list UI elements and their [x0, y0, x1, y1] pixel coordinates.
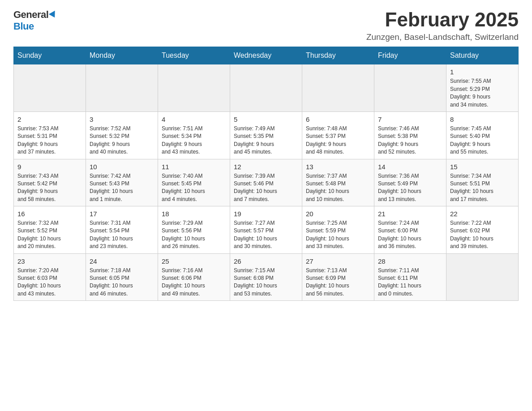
calendar-cell: 1Sunrise: 7:55 AM Sunset: 5:29 PM Daylig…: [446, 64, 519, 112]
calendar-cell: 28Sunrise: 7:11 AM Sunset: 6:11 PM Dayli…: [374, 253, 446, 301]
calendar-cell: 24Sunrise: 7:18 AM Sunset: 6:05 PM Dayli…: [86, 253, 158, 301]
day-info: Sunrise: 7:49 AM Sunset: 5:35 PM Dayligh…: [234, 125, 298, 156]
day-info: Sunrise: 7:52 AM Sunset: 5:32 PM Dayligh…: [90, 125, 154, 156]
calendar-table: SundayMondayTuesdayWednesdayThursdayFrid…: [13, 47, 519, 301]
day-info: Sunrise: 7:51 AM Sunset: 5:34 PM Dayligh…: [162, 125, 226, 156]
calendar-cell: 15Sunrise: 7:34 AM Sunset: 5:51 PM Dayli…: [446, 159, 519, 206]
day-number: 5: [234, 115, 298, 124]
calendar-header-row: SundayMondayTuesdayWednesdayThursdayFrid…: [14, 47, 519, 64]
calendar-cell: 6Sunrise: 7:48 AM Sunset: 5:37 PM Daylig…: [302, 111, 374, 159]
day-number: 13: [306, 162, 370, 171]
weekday-header-friday: Friday: [374, 47, 446, 64]
day-number: 26: [234, 257, 298, 266]
weekday-header-tuesday: Tuesday: [158, 47, 230, 64]
day-number: 10: [90, 162, 154, 171]
day-info: Sunrise: 7:16 AM Sunset: 6:06 PM Dayligh…: [162, 267, 226, 298]
day-number: 9: [17, 162, 82, 171]
calendar-cell: 11Sunrise: 7:40 AM Sunset: 5:45 PM Dayli…: [158, 159, 230, 206]
day-number: 6: [306, 115, 370, 124]
day-info: Sunrise: 7:55 AM Sunset: 5:29 PM Dayligh…: [450, 77, 515, 109]
day-number: 15: [450, 162, 515, 171]
day-number: 1: [450, 67, 515, 77]
day-info: Sunrise: 7:40 AM Sunset: 5:45 PM Dayligh…: [162, 172, 226, 204]
page-header: General Blue February 2025 Zunzgen, Base…: [13, 9, 519, 42]
logo-blue-text: Blue: [13, 21, 34, 32]
calendar-cell: [374, 64, 446, 112]
day-number: 12: [234, 162, 298, 171]
weekday-header-thursday: Thursday: [302, 47, 374, 64]
calendar-cell: [446, 253, 519, 301]
day-info: Sunrise: 7:32 AM Sunset: 5:52 PM Dayligh…: [17, 219, 82, 251]
weekday-header-monday: Monday: [86, 47, 158, 64]
day-number: 21: [378, 209, 442, 218]
calendar-cell: 19Sunrise: 7:27 AM Sunset: 5:57 PM Dayli…: [230, 206, 302, 254]
day-info: Sunrise: 7:11 AM Sunset: 6:11 PM Dayligh…: [378, 267, 442, 298]
day-number: 24: [90, 257, 154, 266]
logo-general-text: General: [13, 9, 48, 21]
calendar-cell: 21Sunrise: 7:24 AM Sunset: 6:00 PM Dayli…: [374, 206, 446, 254]
calendar-cell: 16Sunrise: 7:32 AM Sunset: 5:52 PM Dayli…: [14, 206, 86, 254]
day-number: 25: [162, 257, 226, 266]
calendar-cell: 3Sunrise: 7:52 AM Sunset: 5:32 PM Daylig…: [86, 111, 158, 159]
day-info: Sunrise: 7:24 AM Sunset: 6:00 PM Dayligh…: [378, 219, 442, 251]
logo-triangle-icon: [49, 10, 58, 19]
day-number: 23: [17, 257, 82, 266]
month-year-title: February 2025: [366, 9, 519, 30]
calendar-week-row: 9Sunrise: 7:43 AM Sunset: 5:42 PM Daylig…: [14, 159, 519, 206]
day-info: Sunrise: 7:18 AM Sunset: 6:05 PM Dayligh…: [90, 267, 154, 298]
calendar-cell: 7Sunrise: 7:46 AM Sunset: 5:38 PM Daylig…: [374, 111, 446, 159]
day-number: 18: [162, 209, 226, 218]
calendar-cell: [302, 64, 374, 112]
day-info: Sunrise: 7:39 AM Sunset: 5:46 PM Dayligh…: [234, 172, 298, 204]
day-number: 27: [306, 257, 370, 266]
calendar-cell: 23Sunrise: 7:20 AM Sunset: 6:03 PM Dayli…: [14, 253, 86, 301]
title-section: February 2025 Zunzgen, Basel-Landschaft,…: [366, 9, 519, 42]
weekday-header-sunday: Sunday: [14, 47, 86, 64]
calendar-week-row: 23Sunrise: 7:20 AM Sunset: 6:03 PM Dayli…: [14, 253, 519, 301]
day-info: Sunrise: 7:22 AM Sunset: 6:02 PM Dayligh…: [450, 219, 515, 251]
calendar-cell: 14Sunrise: 7:36 AM Sunset: 5:49 PM Dayli…: [374, 159, 446, 206]
day-info: Sunrise: 7:31 AM Sunset: 5:54 PM Dayligh…: [90, 219, 154, 251]
day-number: 17: [90, 209, 154, 218]
day-info: Sunrise: 7:48 AM Sunset: 5:37 PM Dayligh…: [306, 125, 370, 156]
calendar-week-row: 16Sunrise: 7:32 AM Sunset: 5:52 PM Dayli…: [14, 206, 519, 254]
day-info: Sunrise: 7:13 AM Sunset: 6:09 PM Dayligh…: [306, 267, 370, 298]
day-info: Sunrise: 7:25 AM Sunset: 5:59 PM Dayligh…: [306, 219, 370, 251]
calendar-cell: 20Sunrise: 7:25 AM Sunset: 5:59 PM Dayli…: [302, 206, 374, 254]
day-number: 19: [234, 209, 298, 218]
calendar-cell: 13Sunrise: 7:37 AM Sunset: 5:48 PM Dayli…: [302, 159, 374, 206]
day-number: 3: [90, 115, 154, 124]
day-number: 7: [378, 115, 442, 124]
day-number: 22: [450, 209, 515, 218]
day-number: 11: [162, 162, 226, 171]
calendar-week-row: 1Sunrise: 7:55 AM Sunset: 5:29 PM Daylig…: [14, 64, 519, 112]
calendar-cell: 5Sunrise: 7:49 AM Sunset: 5:35 PM Daylig…: [230, 111, 302, 159]
day-info: Sunrise: 7:46 AM Sunset: 5:38 PM Dayligh…: [378, 125, 442, 156]
calendar-cell: 4Sunrise: 7:51 AM Sunset: 5:34 PM Daylig…: [158, 111, 230, 159]
day-info: Sunrise: 7:20 AM Sunset: 6:03 PM Dayligh…: [17, 267, 82, 298]
calendar-cell: [86, 64, 158, 112]
day-number: 20: [306, 209, 370, 218]
calendar-cell: [14, 64, 86, 112]
day-info: Sunrise: 7:45 AM Sunset: 5:40 PM Dayligh…: [450, 125, 515, 156]
day-number: 2: [17, 115, 82, 124]
day-info: Sunrise: 7:34 AM Sunset: 5:51 PM Dayligh…: [450, 172, 515, 204]
day-number: 16: [17, 209, 82, 218]
day-info: Sunrise: 7:37 AM Sunset: 5:48 PM Dayligh…: [306, 172, 370, 204]
logo: General Blue: [13, 9, 57, 32]
day-info: Sunrise: 7:36 AM Sunset: 5:49 PM Dayligh…: [378, 172, 442, 204]
day-number: 28: [378, 257, 442, 266]
calendar-cell: [158, 64, 230, 112]
day-number: 8: [450, 115, 515, 124]
calendar-cell: 18Sunrise: 7:29 AM Sunset: 5:56 PM Dayli…: [158, 206, 230, 254]
calendar-week-row: 2Sunrise: 7:53 AM Sunset: 5:31 PM Daylig…: [14, 111, 519, 159]
day-number: 14: [378, 162, 442, 171]
weekday-header-wednesday: Wednesday: [230, 47, 302, 64]
calendar-cell: 12Sunrise: 7:39 AM Sunset: 5:46 PM Dayli…: [230, 159, 302, 206]
day-info: Sunrise: 7:43 AM Sunset: 5:42 PM Dayligh…: [17, 172, 82, 204]
calendar-cell: 27Sunrise: 7:13 AM Sunset: 6:09 PM Dayli…: [302, 253, 374, 301]
calendar-cell: 8Sunrise: 7:45 AM Sunset: 5:40 PM Daylig…: [446, 111, 519, 159]
location-subtitle: Zunzgen, Basel-Landschaft, Switzerland: [366, 32, 519, 42]
day-info: Sunrise: 7:42 AM Sunset: 5:43 PM Dayligh…: [90, 172, 154, 204]
day-info: Sunrise: 7:27 AM Sunset: 5:57 PM Dayligh…: [234, 219, 298, 251]
